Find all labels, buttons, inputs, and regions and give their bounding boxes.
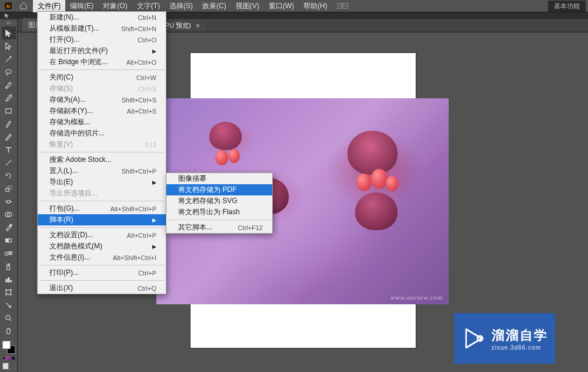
pencil-tool[interactable]	[2, 130, 16, 143]
shape-builder-tool[interactable]	[2, 208, 16, 221]
file-menu-item[interactable]: 导出(E)▶	[38, 177, 166, 188]
file-menu-item[interactable]: 最近打开的文件(F)▶	[38, 45, 166, 57]
ai-app-icon[interactable]: Ai	[2, 0, 14, 12]
line-segment-tool[interactable]	[2, 156, 16, 169]
menu-shortcut: Ctrl+S	[138, 85, 156, 92]
menu-select[interactable]: 选择(S)	[165, 0, 198, 12]
file-menu-item[interactable]: 在 Bridge 中浏览...Alt+Ctrl+O	[38, 57, 166, 68]
scripts-menu-item[interactable]: 将文档导出为 Flash	[166, 207, 272, 218]
blend-tool[interactable]	[2, 247, 16, 260]
direct-selection-tool[interactable]	[2, 39, 16, 52]
svg-rect-19	[9, 251, 12, 254]
menu-shortcut: Ctrl+N	[138, 14, 156, 21]
column-graph-tool[interactable]	[2, 273, 16, 285]
file-menu-dropdown: 新建(N)...Ctrl+N从模板新建(T)...Shift+Ctrl+N打开(…	[37, 11, 166, 294]
menu-file[interactable]: 文件(F)	[33, 0, 65, 12]
file-menu-item[interactable]: 退出(X)Ctrl+Q	[38, 283, 166, 294]
file-menu-item[interactable]: 打包(G)...Alt+Shift+Ctrl+P	[38, 203, 166, 214]
file-menu-item[interactable]: 存储为(A)...Shift+Ctrl+S	[38, 94, 166, 105]
file-menu-item[interactable]: 打印(P)...Ctrl+P	[38, 267, 166, 278]
brand-subtitle: zixue.3d66.com	[492, 344, 541, 351]
flower-shape	[355, 192, 397, 230]
file-menu-item[interactable]: 新建(N)...Ctrl+N	[38, 12, 166, 23]
width-tool[interactable]	[2, 195, 16, 208]
rectangle-tool[interactable]	[2, 104, 16, 117]
menu-shortcut: Alt+Ctrl+O	[126, 59, 156, 66]
berry-shape	[356, 174, 372, 191]
svg-rect-20	[7, 265, 10, 270]
file-menu-item: 存储(S)Ctrl+S	[38, 83, 166, 94]
menu-shortcut: Alt+Shift+Ctrl+P	[110, 205, 156, 212]
brand-overlay: 溜溜自学 zixue.3d66.com	[454, 313, 555, 364]
fill-swatch[interactable]	[2, 341, 11, 349]
menu-effect[interactable]: 效果(C)	[198, 0, 231, 12]
pen-tool[interactable]	[2, 78, 16, 91]
svg-rect-22	[8, 277, 9, 282]
text-tool[interactable]	[2, 143, 16, 156]
menu-help[interactable]: 帮助(H)	[299, 0, 332, 12]
workspace-switcher[interactable]: 基本功能	[548, 1, 586, 12]
file-menu-item[interactable]: 存储为模板...	[38, 117, 166, 128]
curvature-tool[interactable]	[2, 91, 16, 104]
color-mode-toggles[interactable]	[2, 356, 15, 360]
svg-rect-21	[6, 279, 7, 282]
svg-line-26	[9, 319, 11, 321]
menu-item-label: 脚本(R)	[49, 215, 150, 225]
zoom-tool[interactable]	[2, 311, 16, 324]
menu-item-label: 文件信息(I)...	[49, 253, 113, 263]
scripts-menu-item[interactable]: 其它脚本...Ctrl+F12	[166, 222, 272, 233]
rotate-tool[interactable]	[2, 169, 16, 182]
file-menu-item[interactable]: 关闭(C)Ctrl+W	[38, 72, 166, 83]
lasso-tool[interactable]	[2, 65, 16, 78]
file-menu-item[interactable]: 脚本(R)▶	[38, 214, 166, 225]
file-menu-item[interactable]: 置入(L)...Shift+Ctrl+P	[38, 165, 166, 177]
character-widget-icon[interactable]	[337, 1, 349, 11]
artboard-tool[interactable]	[2, 285, 16, 298]
symbol-sprayer-tool[interactable]	[2, 260, 16, 273]
file-menu-item[interactable]: 文档设置(D)...Alt+Ctrl+P	[38, 230, 166, 241]
menu-item-label: 打印(P)...	[49, 268, 138, 278]
menu-shortcut: Shift+Ctrl+N	[121, 25, 156, 32]
file-menu-item: 导出所选项目...	[38, 188, 166, 199]
svg-point-7	[6, 69, 11, 74]
menu-item-label: 图像描摹	[178, 174, 263, 184]
svg-line-10	[6, 160, 11, 165]
scripts-menu-item[interactable]: 将文档存储为 PDF	[166, 184, 272, 195]
file-menu-item[interactable]: 文件信息(I)...Alt+Shift+Ctrl+I	[38, 252, 166, 263]
file-menu-item[interactable]: 存储选中的切片...	[38, 128, 166, 139]
menu-view[interactable]: 视图(V)	[231, 0, 264, 12]
scripts-menu-item[interactable]: 图像描摹	[166, 173, 272, 184]
file-menu-item[interactable]: 打开(O)...Ctrl+O	[38, 34, 166, 45]
menu-window[interactable]: 窗口(W)	[264, 0, 299, 12]
file-menu-item[interactable]: 文档颜色模式(M)▶	[38, 241, 166, 252]
selection-tool[interactable]	[2, 26, 16, 39]
menu-object[interactable]: 对象(O)	[98, 0, 132, 12]
menu-edit[interactable]: 编辑(E)	[65, 0, 98, 12]
tab-close-icon[interactable]: ×	[196, 21, 201, 30]
menu-separator	[39, 280, 165, 281]
panel-grip-icon[interactable]	[2, 22, 16, 25]
submenu-arrow-icon: ▶	[152, 244, 156, 250]
file-menu-item[interactable]: 搜索 Adobe Stock...	[38, 154, 166, 165]
slice-tool[interactable]	[2, 298, 16, 311]
berry-shape	[215, 150, 228, 165]
hand-tool[interactable]	[2, 324, 16, 337]
file-menu-item[interactable]: 存储副本(Y)...Alt+Ctrl+S	[38, 105, 166, 117]
home-icon[interactable]	[18, 0, 29, 12]
gradient-tool[interactable]	[2, 234, 16, 247]
svg-point-25	[6, 315, 11, 320]
eyedropper-tool[interactable]	[2, 221, 16, 234]
svg-rect-12	[8, 185, 12, 189]
screen-mode-tool[interactable]	[2, 370, 16, 372]
fill-stroke-swatch[interactable]	[2, 341, 15, 354]
menu-item-label: 恢复(V)	[49, 140, 145, 150]
file-menu-item[interactable]: 从模板新建(T)...Shift+Ctrl+N	[38, 23, 166, 34]
scripts-menu-item[interactable]: 将文档存储为 SVG	[166, 195, 272, 207]
magic-wand-tool[interactable]	[2, 52, 16, 65]
scale-tool[interactable]	[2, 182, 16, 195]
menu-type[interactable]: 文字(T)	[132, 0, 165, 12]
file-menu-item: 恢复(V)F12	[38, 139, 166, 150]
flower-shape	[209, 122, 242, 150]
draw-mode-toggle[interactable]	[2, 363, 15, 370]
paintbrush-tool[interactable]	[2, 117, 16, 130]
